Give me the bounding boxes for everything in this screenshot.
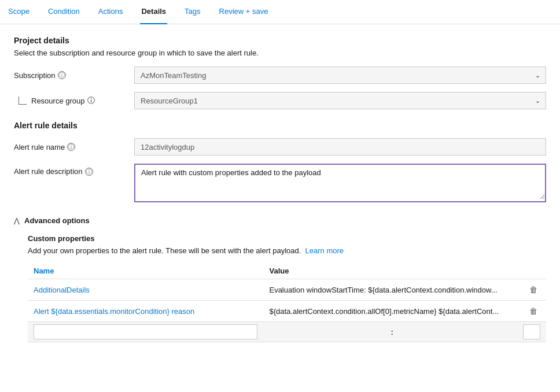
tab-review-save[interactable]: Review + save xyxy=(218,0,270,24)
advanced-options-toggle[interactable]: ⋀ Advanced options xyxy=(14,214,546,225)
collapse-icon: ⋀ xyxy=(14,217,20,225)
resource-group-label-wrapper: Resource group ⓘ xyxy=(14,95,130,106)
alert-rule-name-info-icon[interactable]: ⓘ xyxy=(67,143,75,151)
table-header-value: Value xyxy=(263,263,521,279)
alert-rule-name-label: Alert rule name ⓘ xyxy=(14,143,130,151)
tab-bar: Scope Condition Actions Details Tags Rev… xyxy=(0,0,560,24)
resource-group-select[interactable]: ResourceGroup1 xyxy=(134,92,546,109)
connector-line-icon xyxy=(19,97,27,105)
advanced-options-section: ⋀ Advanced options Custom properties Add… xyxy=(14,214,546,342)
delete-row-2-icon[interactable]: 🗑 xyxy=(526,304,540,318)
table-header-row: Name Value xyxy=(28,263,546,279)
alert-rule-details-section: Alert rule details Alert rule name ⓘ Ale… xyxy=(14,121,546,202)
table-header-action xyxy=(521,263,546,279)
delete-row-1-icon[interactable]: 🗑 xyxy=(526,283,540,297)
new-prop-name-cell xyxy=(28,322,263,342)
resource-group-label: Resource group xyxy=(31,97,85,105)
prop-name-2: Alert ${data.essentials.monitorCondition… xyxy=(28,301,263,322)
new-prop-value-input[interactable] xyxy=(523,324,540,339)
custom-properties-title: Custom properties xyxy=(28,234,546,243)
resource-group-select-wrapper: ResourceGroup1 ⌄ xyxy=(134,92,546,109)
subscription-label: Subscription ⓘ xyxy=(14,71,130,80)
prop-value-2: ${data.alertContext.condition.allOf[0].m… xyxy=(263,301,521,322)
new-prop-value-cell xyxy=(521,322,546,342)
tab-tags[interactable]: Tags xyxy=(183,0,201,24)
subscription-select-wrapper: AzMonTeamTesting ⌄ xyxy=(134,66,546,84)
alert-rule-description-textarea-wrapper: Alert rule with custom properties added … xyxy=(134,164,546,202)
learn-more-link[interactable]: Learn more xyxy=(305,246,344,255)
prop-action-1: 🗑 xyxy=(521,279,546,301)
alert-rule-details-title: Alert rule details xyxy=(14,121,546,130)
new-prop-name-input[interactable] xyxy=(34,324,257,339)
project-details-section: Project details Select the subscription … xyxy=(14,36,546,109)
subscription-select[interactable]: AzMonTeamTesting xyxy=(134,66,546,84)
tab-scope[interactable]: Scope xyxy=(7,0,31,24)
alert-rule-description-textarea[interactable]: Alert rule with custom properties added … xyxy=(135,165,545,199)
table-header-name: Name xyxy=(28,263,263,279)
project-details-title: Project details xyxy=(14,36,546,45)
alert-rule-description-label: Alert rule description ⓘ xyxy=(14,164,130,176)
project-details-description: Select the subscription and resource gro… xyxy=(14,49,546,57)
alert-rule-description-row: Alert rule description ⓘ Alert rule with… xyxy=(14,164,546,202)
alert-rule-description-info-icon[interactable]: ⓘ xyxy=(85,168,93,176)
main-content: Project details Select the subscription … xyxy=(0,24,560,354)
alert-rule-name-row: Alert rule name ⓘ xyxy=(14,138,546,156)
custom-properties-description: Add your own properties to the alert rul… xyxy=(28,246,546,255)
prop-value-1: Evaluation windowStartTime: ${data.alert… xyxy=(263,279,521,301)
resource-group-info-icon[interactable]: ⓘ xyxy=(87,95,95,106)
table-row: AdditionalDetails Evaluation windowStart… xyxy=(28,279,546,301)
resource-group-row: Resource group ⓘ ResourceGroup1 ⌄ xyxy=(14,92,546,109)
colon-separator: : xyxy=(263,322,521,342)
subscription-row: Subscription ⓘ AzMonTeamTesting ⌄ xyxy=(14,66,546,84)
prop-name-1: AdditionalDetails xyxy=(28,279,263,301)
new-property-row: : xyxy=(28,322,546,342)
subscription-info-icon[interactable]: ⓘ xyxy=(58,71,66,79)
custom-properties-table: Name Value AdditionalDetails Evaluation … xyxy=(28,263,546,342)
table-row: Alert ${data.essentials.monitorCondition… xyxy=(28,301,546,322)
alert-rule-name-input[interactable] xyxy=(134,138,546,156)
custom-properties-section: Custom properties Add your own propertie… xyxy=(28,234,546,342)
tab-details[interactable]: Details xyxy=(140,0,167,24)
tab-actions[interactable]: Actions xyxy=(97,0,124,24)
advanced-options-title: Advanced options xyxy=(24,216,90,225)
tab-condition[interactable]: Condition xyxy=(47,0,81,24)
prop-action-2: 🗑 xyxy=(521,301,546,322)
